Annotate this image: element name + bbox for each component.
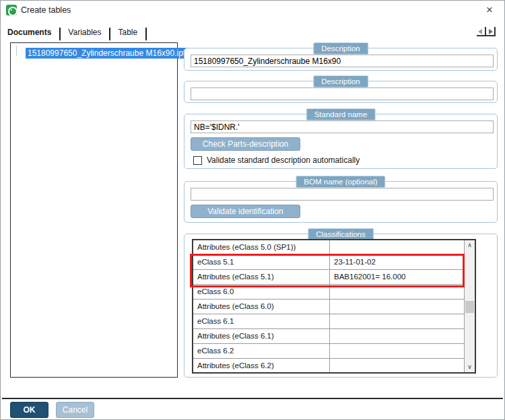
classification-name-cell[interactable]: Attributes (eClass 5.1) xyxy=(193,270,330,284)
scroll-down-icon[interactable]: ∨ xyxy=(465,362,475,372)
classification-name-cell[interactable]: eClass 5.1 xyxy=(193,255,330,269)
scroll-up-icon[interactable]: ∧ xyxy=(465,240,475,250)
classifications-group: Classifications Attributes (eClass 5.0 (… xyxy=(184,234,498,378)
app-logo-icon xyxy=(6,5,17,15)
classifications-rows: Attributes (eClass 5.0 (SP1))eClass 5.12… xyxy=(193,240,464,372)
footer-separator xyxy=(2,398,503,399)
classification-value-cell[interactable] xyxy=(330,344,464,358)
ok-button[interactable]: OK xyxy=(10,402,48,418)
title-bar: Create tables × xyxy=(1,1,504,20)
check-parts-description-button[interactable]: Check Parts-description xyxy=(191,137,300,151)
tab-separator xyxy=(145,28,147,40)
documents-tree-panel[interactable]: 15180997650_Zylinderschraube M16x90.ipt xyxy=(10,42,178,378)
description-group-2: Description xyxy=(184,81,498,103)
tab-separator xyxy=(109,28,110,40)
standard-name-input[interactable] xyxy=(191,120,494,133)
group-label: Standard name xyxy=(306,108,376,120)
chevron-left-icon xyxy=(478,29,482,34)
table-row[interactable]: Attributes (eClass 6.2) xyxy=(193,359,464,372)
classification-value-cell[interactable] xyxy=(330,314,464,328)
group-label: BOM name (optional) xyxy=(296,176,385,188)
close-icon[interactable]: × xyxy=(483,3,496,17)
tab-variables[interactable]: Variables xyxy=(67,28,102,37)
table-row[interactable]: Attributes (eClass 5.1)BAB162001= 16.000 xyxy=(193,270,464,285)
table-row[interactable]: eClass 6.0 xyxy=(193,285,464,300)
tree-item-document[interactable]: 15180997650_Zylinderschraube M16x90.ipt xyxy=(26,48,187,59)
classification-name-cell[interactable]: Attributes (eClass 6.0) xyxy=(193,300,330,314)
create-tables-dialog: Create tables × DocumentsVariablesTable … xyxy=(0,0,505,420)
table-row[interactable]: eClass 6.2 xyxy=(193,344,464,359)
tree-branch-connector xyxy=(16,46,17,55)
classification-name-cell[interactable]: eClass 6.2 xyxy=(193,344,330,358)
classifications-table: Attributes (eClass 5.0 (SP1))eClass 5.12… xyxy=(192,239,476,374)
classification-name-cell[interactable]: eClass 6.0 xyxy=(193,285,330,299)
table-row[interactable]: Attributes (eClass 6.1) xyxy=(193,329,464,344)
chevron-right-icon xyxy=(489,29,493,34)
standard-name-group: Standard name Check Parts-description Va… xyxy=(184,114,498,169)
table-row[interactable]: eClass 5.123-11-01-02 xyxy=(193,255,464,270)
group-label: Description xyxy=(313,42,368,55)
tab-table[interactable]: Table xyxy=(116,28,139,37)
table-row[interactable]: Attributes (eClass 5.0 (SP1)) xyxy=(193,240,464,255)
tab-scroll-right-button[interactable] xyxy=(486,27,496,36)
tab-scroll-arrows xyxy=(477,27,496,36)
scrollbar-thumb[interactable] xyxy=(465,301,474,313)
classification-value-cell[interactable] xyxy=(330,285,464,299)
tab-documents[interactable]: Documents xyxy=(6,28,53,37)
validate-checkbox-label: Validate standard description automatica… xyxy=(207,155,360,165)
classification-value-cell[interactable] xyxy=(330,300,464,314)
classification-name-cell[interactable]: Attributes (eClass 5.0 (SP1)) xyxy=(193,240,330,254)
tree-row: 15180997650_Zylinderschraube M16x90.ipt xyxy=(16,46,177,59)
validate-standard-checkbox[interactable] xyxy=(193,156,202,165)
validate-checkbox-row: Validate standard description automatica… xyxy=(193,155,360,165)
bom-name-group: BOM name (optional) Validate identificat… xyxy=(184,181,498,223)
group-label: Description xyxy=(313,75,368,88)
cancel-button[interactable]: Cancel xyxy=(56,402,94,418)
description-input-1[interactable] xyxy=(191,55,494,67)
classification-name-cell[interactable]: Attributes (eClass 6.2) xyxy=(193,359,330,372)
validate-identification-button[interactable]: Validate identification xyxy=(191,205,300,218)
classification-name-cell[interactable]: Attributes (eClass 6.1) xyxy=(193,329,330,343)
tab-scroll-left-button[interactable] xyxy=(477,27,486,36)
classification-name-cell[interactable]: eClass 6.1 xyxy=(193,314,330,328)
table-row[interactable]: eClass 6.1 xyxy=(193,314,464,329)
classification-value-cell[interactable] xyxy=(330,359,464,372)
description-group-1: Description xyxy=(184,48,498,71)
classification-value-cell[interactable]: BAB162001= 16.000 xyxy=(330,270,464,284)
tab-separator xyxy=(59,28,61,40)
classification-value-cell[interactable] xyxy=(330,240,464,254)
tab-bar: DocumentsVariablesTable xyxy=(6,25,153,40)
classification-value-cell[interactable]: 23-11-01-02 xyxy=(330,255,464,269)
classification-value-cell[interactable] xyxy=(330,329,464,343)
description-input-2[interactable] xyxy=(191,88,494,100)
bom-name-input[interactable] xyxy=(191,188,494,201)
window-title: Create tables xyxy=(21,5,71,15)
vertical-scrollbar[interactable]: ∧ ∨ xyxy=(464,240,475,372)
table-row[interactable]: Attributes (eClass 6.0) xyxy=(193,300,464,314)
